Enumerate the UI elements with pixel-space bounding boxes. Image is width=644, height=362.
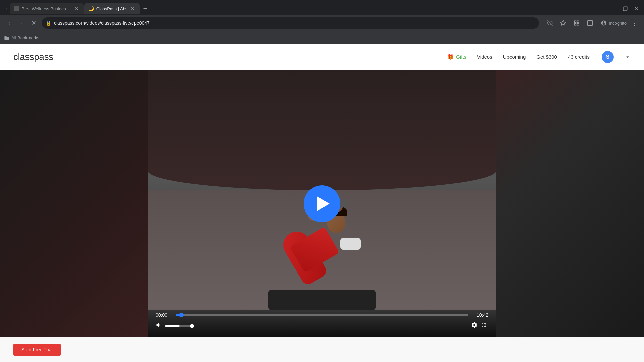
lock-icon: 🔒: [46, 20, 51, 26]
tab-2-favicon: 🌙: [88, 6, 94, 11]
volume-thumb: [190, 324, 194, 328]
reload-button[interactable]: ✕: [28, 18, 39, 28]
eye-off-icon[interactable]: [544, 18, 555, 28]
toolbar-icons: [544, 18, 595, 28]
window-controls: — ❐ ✕: [608, 4, 644, 13]
volume-track[interactable]: [165, 325, 192, 327]
minimize-button[interactable]: —: [608, 4, 619, 13]
total-time: 10:42: [472, 312, 488, 318]
forward-button[interactable]: ›: [16, 18, 27, 28]
browser-chrome: ‹ Best Wellness Businesses in Lo... ✕ 🌙 …: [0, 0, 644, 44]
fullscreen-button[interactable]: [479, 320, 488, 331]
progress-fill: [176, 314, 181, 316]
tab-1-label: Best Wellness Businesses in Lo...: [22, 6, 71, 11]
page-bottom: Start Free Trial: [0, 337, 644, 362]
incognito-section: Incognito: [601, 20, 627, 26]
nav-upcoming[interactable]: Upcoming: [503, 54, 526, 60]
nav-buttons: ‹ › ✕: [4, 18, 39, 28]
svg-rect-6: [588, 21, 593, 26]
start-trial-button[interactable]: Start Free Trial: [13, 344, 61, 356]
profile-icon[interactable]: [585, 18, 595, 28]
star-icon[interactable]: [558, 18, 569, 28]
nav-get300[interactable]: Get $300: [536, 54, 557, 60]
incognito-icon: [601, 20, 607, 26]
nav-links: 🎁 Gifts Videos Upcoming Get $300 43 cred…: [447, 51, 631, 63]
site-nav: classpass 🎁 Gifts Videos Upcoming Get $3…: [0, 44, 644, 70]
current-time: 00:00: [156, 312, 172, 318]
video-background: 00:00 10:42: [0, 70, 644, 337]
extensions-icon[interactable]: [571, 18, 582, 28]
incognito-label: Incognito: [609, 21, 627, 26]
volume-fill: [165, 325, 180, 327]
bookmarks-folder-icon: [4, 35, 9, 41]
video-container: 00:00 10:42: [0, 70, 644, 337]
svg-rect-4: [577, 24, 579, 25]
tab-2-label: ClassPass | Abs: [96, 6, 128, 11]
user-dropdown-button[interactable]: [625, 54, 631, 60]
play-icon: [317, 196, 330, 211]
nav-gifts[interactable]: 🎁 Gifts: [447, 54, 466, 60]
tab-1-favicon: [14, 6, 19, 11]
new-tab-button[interactable]: +: [140, 4, 150, 14]
figure-shoe: [340, 238, 361, 250]
controls-row: [156, 320, 488, 331]
address-bar-row: ‹ › ✕ 🔒 classpass.com/videos/classpass-l…: [0, 15, 644, 32]
progress-bar-row: 00:00 10:42: [156, 312, 488, 318]
tab-nav-back[interactable]: ‹: [3, 5, 10, 13]
svg-rect-5: [574, 24, 576, 25]
bookmarks-label: All Bookmarks: [11, 35, 39, 40]
volume-button[interactable]: [156, 322, 162, 330]
svg-marker-1: [561, 21, 566, 25]
browser-tab-2[interactable]: 🌙 ClassPass | Abs ✕: [84, 3, 140, 14]
progress-thumb: [179, 313, 184, 317]
volume-section: [156, 322, 192, 330]
restore-button[interactable]: ❐: [620, 4, 630, 13]
website: classpass 🎁 Gifts Videos Upcoming Get $3…: [0, 44, 644, 362]
nav-credits[interactable]: 43 credits: [568, 54, 590, 60]
address-bar[interactable]: 🔒 classpass.com/videos/classpass-live/cp…: [42, 17, 539, 29]
tab-2-close[interactable]: ✕: [130, 6, 136, 11]
back-button[interactable]: ‹: [4, 18, 15, 28]
address-text: classpass.com/videos/classpass-live/cpe0…: [54, 20, 535, 26]
nav-videos[interactable]: Videos: [477, 54, 492, 60]
user-avatar[interactable]: S: [602, 51, 614, 63]
svg-rect-3: [577, 21, 579, 22]
tab-bar: ‹ Best Wellness Businesses in Lo... ✕ 🌙 …: [0, 0, 644, 15]
close-button[interactable]: ✕: [632, 4, 641, 13]
bookmarks-bar: All Bookmarks: [0, 32, 644, 44]
gifts-label: Gifts: [456, 54, 466, 60]
site-logo[interactable]: classpass: [13, 52, 53, 62]
tab-1-close[interactable]: ✕: [74, 6, 79, 11]
gift-icon: 🎁: [447, 54, 454, 60]
menu-icon[interactable]: ⋮: [629, 18, 640, 28]
play-button[interactable]: [304, 185, 340, 222]
progress-track[interactable]: [176, 314, 468, 316]
settings-button[interactable]: [470, 320, 479, 331]
video-controls: 00:00 10:42: [148, 308, 496, 337]
svg-rect-2: [574, 21, 576, 22]
browser-tab-1[interactable]: Best Wellness Businesses in Lo... ✕: [10, 3, 84, 14]
